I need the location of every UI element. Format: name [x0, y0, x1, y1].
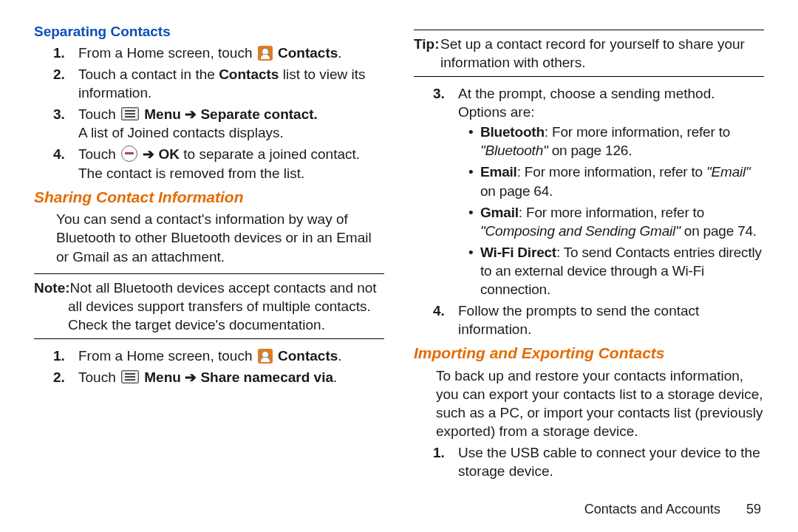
option-wifi-direct: Wi-Fi Direct: To send Contacts entries d…	[480, 243, 764, 299]
tip-block: Tip: Set up a contact record for yoursel…	[414, 30, 764, 77]
contacts-icon	[258, 46, 273, 61]
heading-sharing-contact-info: Sharing Contact Information	[34, 187, 384, 208]
share-step-1: From a Home screen, touch Contacts.	[78, 347, 384, 365]
note-label: Note:	[34, 279, 70, 297]
import-steps: Use the USB cable to connect your device…	[414, 443, 764, 480]
contacts-icon	[258, 349, 273, 364]
heading-import-export: Importing and Exporting Contacts	[414, 343, 764, 364]
contacts-label: Contacts	[278, 45, 338, 61]
sharing-steps-cont: At the prompt, choose a sending method. …	[414, 84, 764, 338]
sep-step-4: Touch ➔ OK to separate a joined contact.…	[78, 145, 384, 182]
page-footer: Contacts and Accounts 59	[584, 501, 761, 519]
share-step-3: At the prompt, choose a sending method. …	[458, 84, 764, 299]
menu-icon	[121, 370, 139, 383]
page-number: 59	[746, 502, 761, 516]
note-block: Note: Not all Bluetooth devices accept c…	[34, 273, 384, 339]
tip-label: Tip:	[414, 35, 439, 53]
heading-separating-contacts: Separating Contacts	[34, 22, 384, 41]
share-step-4: Follow the prompts to send the contact i…	[458, 301, 764, 338]
arrow-icon: ➔	[185, 369, 197, 385]
tip-body: Set up a contact record for yourself to …	[414, 35, 764, 72]
page-body: Separating Contacts From a Home screen, …	[0, 0, 798, 495]
separating-steps: From a Home screen, touch Contacts. Touc…	[34, 44, 384, 183]
footer-section: Contacts and Accounts	[584, 502, 720, 516]
import-intro: To back up and restore your contacts inf…	[414, 366, 764, 440]
option-bluetooth: Bluetooth: For more information, refer t…	[480, 123, 764, 160]
option-email: Email: For more information, refer to "E…	[480, 163, 764, 200]
send-options: Bluetooth: For more information, refer t…	[458, 123, 764, 299]
left-column: Separating Contacts From a Home screen, …	[34, 22, 384, 495]
arrow-icon: ➔	[185, 106, 197, 122]
note-body: Not all Bluetooth devices accept contact…	[34, 279, 384, 334]
import-step-1: Use the USB cable to connect your device…	[458, 443, 764, 480]
option-gmail: Gmail: For more information, refer to "C…	[480, 203, 764, 240]
sharing-intro: You can send a contact's information by …	[34, 210, 384, 265]
sep-step-1: From a Home screen, touch Contacts.	[78, 44, 384, 62]
sharing-steps: From a Home screen, touch Contacts. Touc…	[34, 347, 384, 386]
contacts-label: Contacts	[278, 348, 338, 364]
right-column: Tip: Set up a contact record for yoursel…	[414, 22, 764, 495]
sep-step-2: Touch a contact in the Contacts list to …	[78, 65, 384, 102]
remove-icon	[121, 146, 137, 162]
sep-step-3: Touch Menu ➔ Separate contact. A list of…	[78, 105, 384, 142]
arrow-icon: ➔	[143, 146, 154, 162]
menu-icon	[121, 107, 139, 120]
share-step-2: Touch Menu ➔ Share namecard via.	[78, 368, 384, 386]
